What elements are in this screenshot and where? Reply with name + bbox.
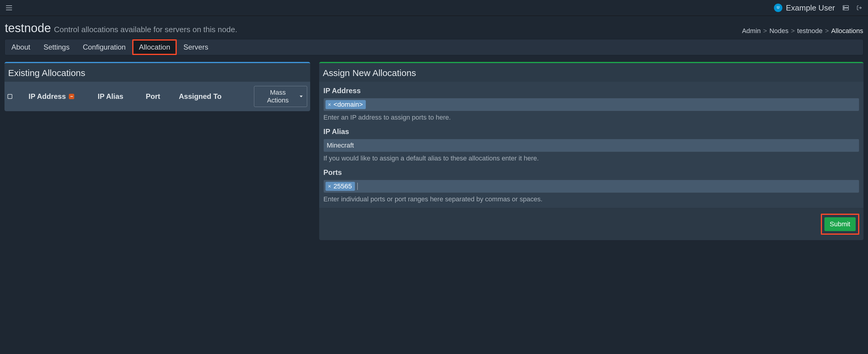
- assign-allocations-box: Assign New Allocations IP Address × <dom…: [319, 62, 864, 240]
- assign-allocations-title: Assign New Allocations: [323, 68, 860, 78]
- page-title: testnode: [5, 21, 51, 35]
- ip-address-label: IP Address: [323, 87, 859, 95]
- remove-tag-icon[interactable]: ×: [328, 183, 331, 190]
- existing-allocations-title: Existing Allocations: [8, 68, 307, 78]
- breadcrumb-sep: >: [825, 27, 829, 35]
- allocations-table-header: IP Address − IP Alias Port Assigned To M…: [4, 82, 310, 111]
- breadcrumb-item[interactable]: testnode: [797, 27, 822, 35]
- tab-servers[interactable]: Servers: [177, 39, 215, 55]
- svg-point-3: [844, 6, 844, 7]
- ip-address-input[interactable]: × <domain>: [323, 98, 859, 111]
- svg-point-4: [844, 9, 844, 9]
- breadcrumb-sep: >: [763, 27, 767, 35]
- ip-alias-help: If you would like to assign a default al…: [323, 155, 859, 162]
- port-tag[interactable]: × 25565: [326, 182, 355, 191]
- ports-input[interactable]: × 25565: [323, 180, 859, 193]
- port-tag-text: 25565: [334, 183, 352, 190]
- remove-ip-icon[interactable]: −: [69, 94, 74, 99]
- breadcrumb: Admin > Nodes > testnode > Allocations: [742, 27, 863, 35]
- col-ip-alias: IP Alias: [98, 92, 143, 101]
- main: Existing Allocations IP Address − IP Ali…: [0, 62, 868, 252]
- breadcrumb-item-active: Allocations: [831, 27, 863, 35]
- ip-alias-label: IP Alias: [323, 127, 859, 136]
- submit-button[interactable]: Submit: [825, 217, 856, 231]
- breadcrumb-item[interactable]: Admin: [742, 27, 761, 35]
- tab-about[interactable]: About: [5, 39, 37, 55]
- ip-address-tag-text: <domain>: [334, 101, 363, 108]
- ports-label: Ports: [323, 168, 859, 177]
- col-ip-address: IP Address: [29, 92, 66, 101]
- mass-actions-label: Mass Actions: [258, 89, 297, 104]
- logout-icon[interactable]: [857, 5, 862, 10]
- content-header: testnode Control allocations available f…: [0, 16, 868, 39]
- ip-alias-input[interactable]: [323, 139, 859, 152]
- chevron-down-icon: [300, 96, 303, 97]
- ports-help: Enter individual ports or port ranges he…: [323, 195, 859, 203]
- col-assigned-to: Assigned To: [179, 92, 251, 101]
- breadcrumb-item[interactable]: Nodes: [769, 27, 789, 35]
- topbar: Example User: [0, 0, 868, 16]
- ip-address-tag[interactable]: × <domain>: [326, 100, 366, 109]
- ip-address-help: Enter an IP address to assign ports to h…: [323, 114, 859, 121]
- submit-highlight: Submit: [821, 214, 859, 235]
- avatar: [774, 4, 782, 12]
- user-menu[interactable]: Example User: [774, 3, 835, 12]
- col-port: Port: [146, 92, 176, 101]
- topbar-right: Example User: [774, 3, 862, 12]
- remove-tag-icon[interactable]: ×: [328, 102, 331, 108]
- user-name: Example User: [786, 3, 835, 12]
- select-all-checkbox[interactable]: [7, 94, 12, 99]
- tab-configuration[interactable]: Configuration: [76, 39, 132, 55]
- menu-toggle-icon[interactable]: [6, 5, 12, 10]
- server-icon[interactable]: [843, 5, 849, 10]
- page-subtitle: Control allocations available for server…: [54, 25, 237, 34]
- tabs: About Settings Configuration Allocation …: [4, 39, 864, 55]
- existing-allocations-box: Existing Allocations IP Address − IP Ali…: [4, 62, 310, 111]
- mass-actions-button[interactable]: Mass Actions: [254, 86, 307, 107]
- tab-allocation[interactable]: Allocation: [132, 39, 177, 55]
- tab-settings[interactable]: Settings: [37, 39, 76, 55]
- breadcrumb-sep: >: [791, 27, 795, 35]
